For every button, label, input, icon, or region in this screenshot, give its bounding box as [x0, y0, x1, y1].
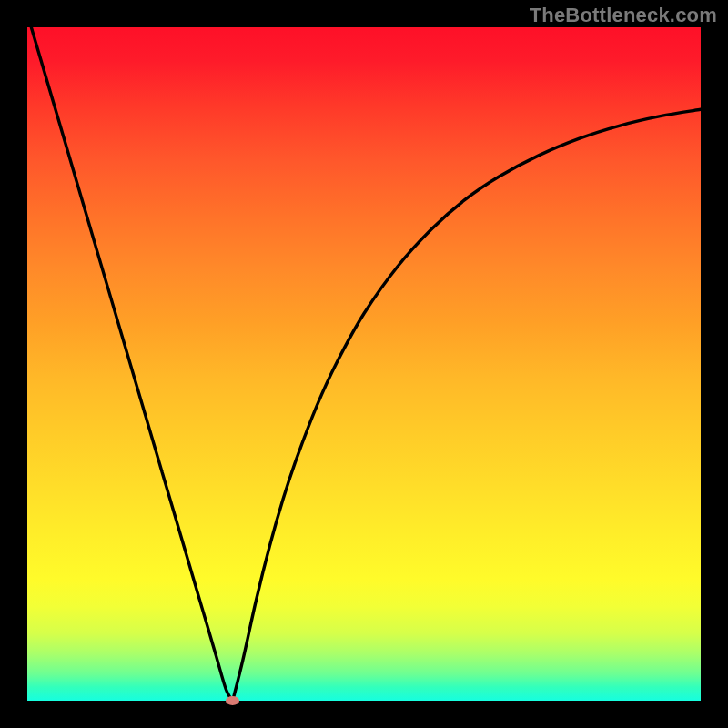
left-branch-path: [27, 27, 233, 701]
right-branch-path: [233, 109, 701, 701]
curve-svg: [27, 27, 701, 701]
min-marker: [226, 696, 239, 705]
watermark-text: TheBottleneck.com: [530, 4, 717, 27]
chart-container: TheBottleneck.com: [0, 0, 728, 728]
plot-area: [27, 27, 701, 701]
